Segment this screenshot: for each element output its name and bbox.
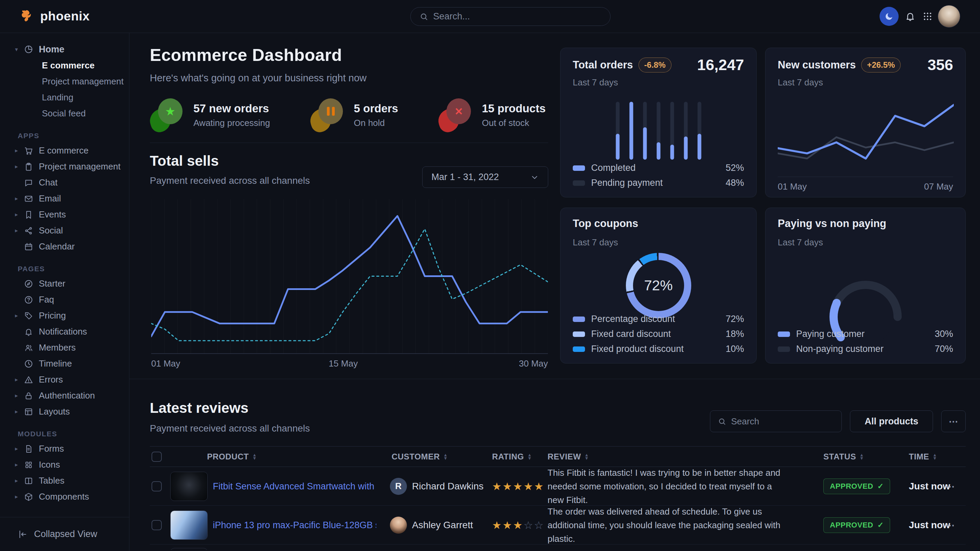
sidebar-item-social-feed[interactable]: Social feed <box>0 105 129 122</box>
latest-reviews-subtitle: Payment received across all channels <box>150 423 310 434</box>
column-header-customer[interactable]: CUSTOMER <box>391 452 448 462</box>
legend-row: Pending payment48% <box>573 178 744 188</box>
customer-avatar[interactable]: R <box>390 478 407 495</box>
date-range-select[interactable]: Mar 1 - 31, 2022 <box>422 167 548 188</box>
table-icon <box>24 476 39 486</box>
sidebar-item-project-management[interactable]: ▸ Project management <box>0 159 129 175</box>
global-search[interactable] <box>410 7 611 26</box>
stat-new-orders: ★ 57 new ordersAwating processing <box>150 98 270 132</box>
sidebar-item-tables[interactable]: ▸ Tables <box>0 473 129 489</box>
sort-icon <box>527 453 532 460</box>
sidebar-item-e-commerce[interactable]: ▸ E commerce <box>0 143 129 159</box>
divider <box>129 379 980 379</box>
row-checkbox[interactable] <box>151 481 162 491</box>
apps-grid-icon <box>923 11 933 21</box>
layout-icon <box>24 407 39 416</box>
new-customers-chart <box>778 95 954 167</box>
sidebar-item-timeline[interactable]: Timeline <box>0 356 129 372</box>
pie-icon <box>24 44 39 54</box>
product-thumbnail[interactable] <box>170 472 208 501</box>
chevron-down-icon: ▾ <box>15 46 24 53</box>
sidebar-item-notifications[interactable]: Notifications <box>0 324 129 340</box>
legend-row: Non-paying customer70% <box>778 344 953 354</box>
axis-tick: 01 May <box>151 358 180 369</box>
column-header-status[interactable]: STATUS <box>823 452 864 462</box>
search-input[interactable] <box>433 11 601 22</box>
product-link[interactable]: iPhone 13 pro max-Pacific Blue-128GB sto… <box>213 520 376 530</box>
pause-icon <box>327 107 335 116</box>
legend-chip <box>573 316 585 322</box>
sidebar-item-landing[interactable]: Landing <box>0 89 129 105</box>
sidebar-item-home[interactable]: ▾ Home <box>0 41 129 57</box>
theme-toggle-button[interactable] <box>880 7 899 26</box>
select-all-checkbox[interactable] <box>151 452 162 462</box>
column-header-time[interactable]: TIME <box>909 452 937 462</box>
brand-logo[interactable]: phoenix <box>19 8 89 24</box>
card-period: Last 7 days <box>778 237 823 248</box>
reviews-search-input[interactable] <box>731 416 834 427</box>
rating-stars: ★★★★★ <box>492 480 544 492</box>
sidebar-item-e-commerce-home[interactable]: E commerce <box>0 57 129 73</box>
sidebar-item-forms[interactable]: ▸ Forms <box>0 441 129 457</box>
sidebar-item-events[interactable]: ▸ Events <box>0 206 129 222</box>
chevron-right-icon: ▸ <box>15 195 24 202</box>
total-orders-value: 16,247 <box>697 56 744 74</box>
card-period: Last 7 days <box>573 77 618 88</box>
reviews-table: PRODUCT CUSTOMER RATING REVIEW STATUS TI… <box>150 446 966 550</box>
chevron-right-icon: ▸ <box>15 408 24 415</box>
total-orders-card: Total orders -6.8% 16,247 Last 7 days Co… <box>560 48 757 197</box>
clock-icon <box>24 359 39 368</box>
legend-chip <box>573 346 585 352</box>
apps-menu-button[interactable] <box>920 8 936 24</box>
sidebar-item-email[interactable]: ▸ Email <box>0 191 129 206</box>
reviews-more-button[interactable]: ⋯ <box>941 410 966 432</box>
user-avatar[interactable] <box>938 5 960 27</box>
new-customers-card: New customers +26.5% 356 Last 7 days 01 … <box>765 48 966 197</box>
chevron-right-icon: ▸ <box>15 211 24 218</box>
sidebar-item-social[interactable]: ▸ Social <box>0 222 129 238</box>
collapse-sidebar-button[interactable]: Collapsed View <box>0 517 129 551</box>
notifications-button[interactable] <box>902 8 918 24</box>
reviews-search[interactable] <box>710 410 842 432</box>
row-menu-button[interactable]: ⋯ <box>940 519 960 530</box>
product-link[interactable]: Fitbit Sense Advanced Smartwatch with To… <box>213 481 376 491</box>
page-title: Ecommerce Dashboard <box>150 45 342 65</box>
status-badge: APPROVED✓ <box>823 478 890 494</box>
divider <box>150 143 548 143</box>
collapse-icon <box>18 529 28 540</box>
column-header-product[interactable]: PRODUCT <box>207 452 257 462</box>
sidebar-item-members[interactable]: Members <box>0 340 129 356</box>
product-thumbnail[interactable] <box>170 510 208 540</box>
sidebar-item-starter[interactable]: Starter <box>0 276 129 292</box>
column-header-review[interactable]: REVIEW <box>547 452 589 462</box>
sidebar-item-errors[interactable]: ▸ Errors <box>0 372 129 387</box>
legend-chip <box>573 180 585 186</box>
rating-stars: ★★★☆☆ <box>492 519 544 531</box>
axis-tick: 30 May <box>519 358 548 369</box>
clipboard-icon <box>24 162 39 171</box>
top-navbar: phoenix <box>0 0 980 33</box>
status-badge: APPROVED✓ <box>823 517 890 533</box>
tag-icon <box>24 311 39 321</box>
sidebar: ▾ Home E commerce Project management Lan… <box>0 33 129 551</box>
chevron-right-icon: ▸ <box>15 312 24 319</box>
sidebar-item-faq[interactable]: Faq <box>0 292 129 308</box>
sidebar-item-authentication[interactable]: ▸ Authentication <box>0 387 129 403</box>
row-menu-button[interactable]: ⋯ <box>940 481 960 492</box>
warning-icon <box>24 375 39 384</box>
sidebar-item-chat[interactable]: Chat <box>0 175 129 191</box>
sidebar-item-components[interactable]: ▸ Components <box>0 489 129 505</box>
row-checkbox[interactable] <box>151 520 162 530</box>
orders-bar-chart <box>616 102 701 160</box>
sidebar-item-pricing[interactable]: ▸ Pricing <box>0 308 129 324</box>
sidebar-item-calendar[interactable]: Calendar <box>0 238 129 254</box>
sidebar-item-icons[interactable]: ▸ Icons <box>0 457 129 473</box>
card-title: Paying vs non paying <box>778 218 886 230</box>
sidebar-item-layouts[interactable]: ▸ Layouts <box>0 403 129 420</box>
share-icon <box>24 226 39 235</box>
customer-avatar[interactable] <box>390 517 407 534</box>
column-header-rating[interactable]: RATING <box>492 452 532 462</box>
customer-name: Ashley Garrett <box>412 520 473 530</box>
all-products-filter-button[interactable]: All products <box>850 410 933 432</box>
sidebar-item-project-management-home[interactable]: Project management <box>0 73 129 89</box>
